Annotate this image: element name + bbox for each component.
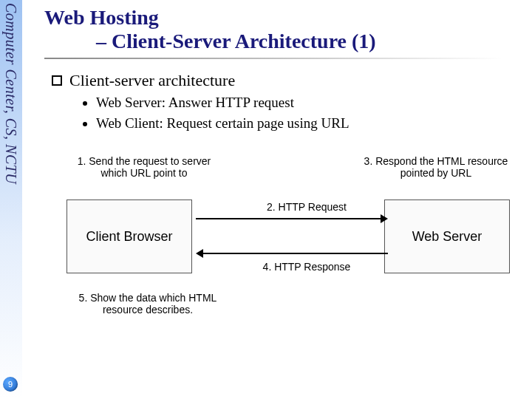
architecture-diagram: 1. Send the request to server which URL …	[44, 155, 517, 369]
client-browser-text: Client Browser	[86, 229, 172, 245]
http-response-label: 4. HTTP Response	[240, 261, 373, 273]
web-server-box: Web Server	[384, 200, 510, 273]
arrow-response-icon	[203, 253, 388, 254]
step3-label: 3. Respond the HTML resource pointed by …	[355, 155, 517, 179]
bullet-section: Client-server architecture Web Server: A…	[52, 71, 525, 132]
arrow-request-icon	[196, 218, 381, 219]
title-line1: Web Hosting	[44, 6, 525, 30]
square-bullet-icon	[52, 75, 62, 86]
sidebar-strip: Computer Center, CS, NCTU	[0, 0, 22, 399]
bullet-main: Client-server architecture	[52, 71, 525, 90]
sub-bullet-list: Web Server: Answer HTTP request Web Clie…	[83, 95, 525, 132]
slide: Computer Center, CS, NCTU 9 Web Hosting …	[0, 0, 532, 399]
sub-bullet-1: Web Server: Answer HTTP request	[96, 95, 525, 111]
page-number-badge: 9	[3, 377, 18, 392]
step5-label: 5. Show the data which HTML resource des…	[59, 292, 236, 316]
http-request-label: 2. HTTP Request	[240, 201, 373, 213]
bullet-main-text: Client-server architecture	[69, 71, 235, 90]
client-browser-box: Client Browser	[66, 200, 192, 273]
step1-label: 1. Send the request to server which URL …	[66, 155, 222, 179]
sub-bullet-2: Web Client: Request certain page using U…	[96, 115, 525, 132]
title-line2: – Client-Server Architecture (1)	[44, 30, 525, 53]
sidebar-org-text: Computer Center, CS, NCTU	[2, 3, 19, 184]
title-underline	[44, 58, 502, 59]
content-area: Web Hosting – Client-Server Architecture…	[44, 6, 525, 136]
web-server-text: Web Server	[412, 229, 482, 245]
